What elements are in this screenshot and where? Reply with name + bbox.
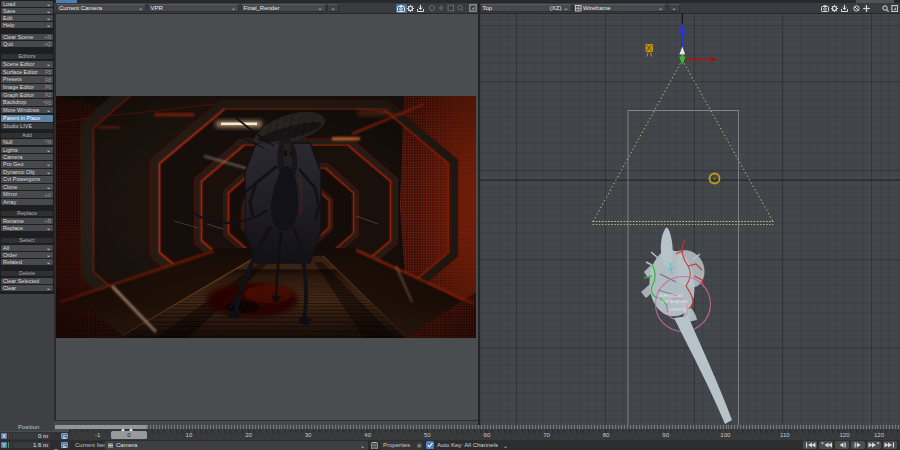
svg-text:R.FOOT.GO: R.FOOT.GO: [660, 293, 682, 298]
svg-text:L.FOOT.GO: L.FOOT.GO: [668, 307, 689, 312]
svg-text:L.TOE.GO.NU: L.TOE.GO.NU: [662, 299, 688, 304]
